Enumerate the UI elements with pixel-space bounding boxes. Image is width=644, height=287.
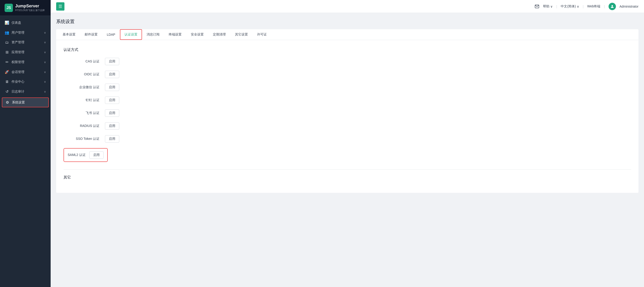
saml2-label: SAML2 认证 [68, 153, 89, 157]
sidebar-item-label: 系统设置 [12, 100, 46, 105]
sidebar-item-sys-settings[interactable]: ⚙ 系统设置 [2, 97, 49, 107]
feishu-label: 飞书 认证 [64, 111, 105, 115]
logo-text: JumpServer FIT2CLOUD飞致云 旗下品牌 [15, 4, 45, 12]
hamburger-button[interactable]: ☰ [56, 2, 64, 11]
sidebar-item-label: 权限管理 [12, 60, 44, 64]
auth-section-title: 认证方式 [64, 48, 631, 52]
sidebar-item-job-center[interactable]: 🖥 作业中心 ∨ [0, 77, 51, 87]
job-center-icon: 🖥 [4, 80, 9, 84]
sidebar-item-label: 会话管理 [12, 70, 44, 74]
sidebar-item-label: 作业中心 [12, 80, 44, 84]
chevron-down-icon: ∨ [44, 31, 46, 34]
lang-label: 中文(简体) [561, 4, 576, 9]
terminal-button[interactable]: Web终端 [587, 4, 600, 9]
radius-row: RADIUS 认证 启用 [64, 122, 631, 130]
feishu-row: 飞书 认证 启用 [64, 109, 631, 117]
tab-basic[interactable]: 基本设置 [58, 29, 80, 40]
help-chevron-icon: ∨ [550, 5, 552, 8]
logo-title: JumpServer [15, 4, 45, 9]
header-separator2: | [583, 5, 584, 8]
user-icon [610, 4, 614, 9]
sidebar-item-perm-mgmt[interactable]: ✏ 权限管理 ∨ [0, 57, 51, 67]
content-area: 系统设置 基本设置 邮件设置 LDAP 认证设置 消息订阅 终端设置 安全设置 … [51, 13, 644, 287]
tab-auth[interactable]: 认证设置 [120, 29, 142, 40]
tab-security[interactable]: 安全设置 [186, 29, 208, 40]
cas-row: CAS 认证 启用 [64, 58, 631, 65]
sidebar-item-dashboard[interactable]: 📊 仪表盘 [0, 18, 51, 28]
ssotoken-row: SSO Token 认证 启用 [64, 135, 631, 143]
mail-icon [535, 4, 539, 9]
sidebar-logo: JS JumpServer FIT2CLOUD飞致云 旗下品牌 [0, 0, 51, 16]
tab-terminal[interactable]: 终端设置 [164, 29, 186, 40]
mail-button[interactable] [535, 4, 539, 9]
radius-label: RADIUS 认证 [64, 124, 105, 128]
svg-point-1 [612, 5, 613, 7]
dingtalk-enable-button[interactable]: 启用 [105, 97, 119, 104]
chevron-down-icon: ∨ [44, 61, 46, 64]
dashboard-icon: 📊 [4, 21, 9, 25]
logo-icon: JS [4, 4, 13, 12]
lang-button[interactable]: 中文(简体) ∨ [561, 4, 579, 9]
header: ☰ 帮助 ∨ | 中文(简体) ∨ | Web终端 | [51, 0, 644, 13]
sidebar-item-label: 用户管理 [12, 31, 44, 35]
sidebar-item-label: 资产管理 [12, 40, 44, 45]
oidc-row: OIDC 认证 启用 [64, 71, 631, 78]
chevron-down-icon: ∨ [44, 71, 46, 74]
sidebar-item-audit-log[interactable]: ↺ 日志审计 ∨ [0, 87, 51, 97]
user-avatar [608, 3, 616, 10]
cas-label: CAS 认证 [64, 60, 105, 64]
wecom-enable-button[interactable]: 启用 [105, 84, 119, 91]
tab-ldap[interactable]: LDAP [102, 30, 120, 40]
session-mgmt-icon: 🚀 [4, 70, 9, 74]
chevron-down-icon: ∨ [44, 51, 46, 54]
tab-license[interactable]: 许可证 [252, 29, 271, 40]
sys-settings-icon: ⚙ [5, 100, 10, 105]
sidebar-item-session-mgmt[interactable]: 🚀 会话管理 ∨ [0, 67, 51, 77]
radius-enable-button[interactable]: 启用 [105, 122, 119, 130]
tab-cleanup[interactable]: 定期清理 [208, 29, 230, 40]
header-right: 帮助 ∨ | 中文(简体) ∨ | Web终端 | Administrator [535, 3, 638, 10]
wecom-row: 企业微信 认证 启用 [64, 84, 631, 91]
sidebar-item-user-mgmt[interactable]: 👥 用户管理 ∨ [0, 28, 51, 38]
dingtalk-label: 钉钉 认证 [64, 98, 105, 102]
tabs-bar: 基本设置 邮件设置 LDAP 认证设置 消息订阅 终端设置 安全设置 定期清理 … [56, 29, 638, 40]
chevron-down-icon: ∨ [44, 80, 46, 83]
header-left: ☰ [56, 2, 64, 11]
tab-msg[interactable]: 消息订阅 [142, 29, 164, 40]
audit-log-icon: ↺ [4, 89, 9, 94]
other-section-title: 其它 [64, 175, 631, 180]
page-title: 系统设置 [56, 19, 638, 25]
help-button[interactable]: 帮助 ∨ [543, 4, 552, 9]
chevron-down-icon: ∨ [44, 41, 46, 44]
header-separator3: | [604, 5, 605, 8]
saml2-row: SAML2 认证 启用 [64, 148, 108, 162]
user-menu-button[interactable]: Administrator [620, 5, 638, 8]
help-label: 帮助 [543, 4, 550, 9]
app-mgmt-icon: ⊞ [4, 50, 9, 54]
lang-chevron-icon: ∨ [577, 5, 579, 8]
oidc-label: OIDC 认证 [64, 72, 105, 77]
ssotoken-enable-button[interactable]: 启用 [105, 135, 119, 143]
chevron-down-icon: ∨ [44, 90, 46, 93]
sidebar: JS JumpServer FIT2CLOUD飞致云 旗下品牌 📊 仪表盘 👥 … [0, 0, 51, 287]
sidebar-item-label: 仪表盘 [12, 21, 46, 25]
terminal-label: Web终端 [587, 4, 600, 9]
sidebar-nav: 📊 仪表盘 👥 用户管理 ∨ 🗂 资产管理 ∨ ⊞ 应用管理 ∨ ✏ 权限管理 … [0, 16, 51, 287]
sidebar-item-label: 日志审计 [12, 90, 44, 94]
hamburger-icon: ☰ [58, 4, 62, 9]
asset-mgmt-icon: 🗂 [4, 40, 9, 45]
user-mgmt-icon: 👥 [4, 31, 9, 35]
sidebar-item-label: 应用管理 [12, 50, 44, 54]
cas-enable-button[interactable]: 启用 [105, 58, 119, 65]
dingtalk-row: 钉钉 认证 启用 [64, 97, 631, 104]
settings-panel: 认证方式 CAS 认证 启用 OIDC 认证 启用 企业微信 认证 启用 钉钉 … [56, 40, 638, 193]
sidebar-item-app-mgmt[interactable]: ⊞ 应用管理 ∨ [0, 47, 51, 57]
logo-sub: FIT2CLOUD飞致云 旗下品牌 [15, 9, 45, 12]
saml2-enable-button[interactable]: 启用 [89, 151, 104, 159]
oidc-enable-button[interactable]: 启用 [105, 71, 119, 78]
feishu-enable-button[interactable]: 启用 [105, 109, 119, 117]
tab-mail[interactable]: 邮件设置 [80, 29, 102, 40]
sidebar-item-asset-mgmt[interactable]: 🗂 资产管理 ∨ [0, 38, 51, 47]
header-separator: | [556, 5, 557, 8]
tab-other[interactable]: 其它设置 [230, 29, 252, 40]
